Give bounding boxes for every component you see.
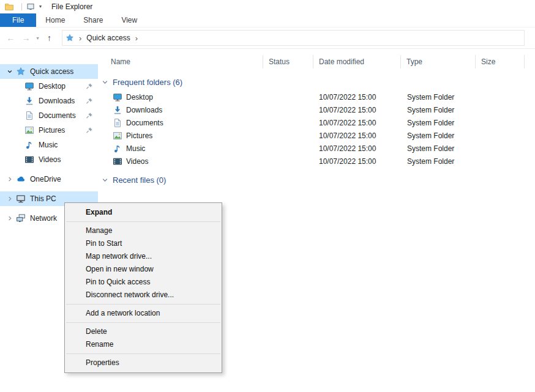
menu-item-expand[interactable]: Expand <box>65 206 222 219</box>
chevron-right-icon[interactable] <box>5 213 15 223</box>
chevron-right-icon[interactable] <box>5 194 15 204</box>
column-header-status[interactable]: Status <box>263 55 313 68</box>
file-name-text: Desktop <box>126 93 153 102</box>
file-date-modified: 10/07/2022 15:00 <box>313 106 401 114</box>
qat-dropdown-icon[interactable]: ▾ <box>39 4 42 9</box>
collapse-chevron-icon[interactable] <box>102 177 108 183</box>
qat-properties-icon[interactable] <box>26 2 35 11</box>
collapse-chevron-icon[interactable] <box>102 79 108 86</box>
column-header-size[interactable]: Size <box>476 55 525 68</box>
breadcrumb-chevron-icon[interactable]: › <box>135 34 138 42</box>
menu-item-delete[interactable]: Delete <box>65 325 222 338</box>
menu-item-map-network-drive[interactable]: Map network drive... <box>65 250 222 263</box>
file-name: Pictures <box>98 131 263 141</box>
menu-item-properties[interactable]: Properties <box>65 357 222 369</box>
navigation-bar: ← → ▾ ↑ › Quick access › <box>0 28 535 49</box>
downloads-icon <box>113 105 122 115</box>
sidebar-item-quick-access[interactable]: Quick access <box>0 64 98 79</box>
tab-view[interactable]: View <box>112 13 146 27</box>
sidebar-item-label: Downloads <box>39 97 75 105</box>
file-name-text: Downloads <box>126 106 162 114</box>
menu-item-pin-to-start[interactable]: Pin to Start <box>65 237 222 250</box>
file-row-documents[interactable]: Documents10/07/2022 15:00System Folder <box>98 116 535 129</box>
column-header-type[interactable]: Type <box>401 55 476 68</box>
sidebar-item-videos[interactable]: Videos <box>0 152 98 167</box>
sidebar-item-pictures[interactable]: Pictures <box>0 123 98 138</box>
file-date-modified: 10/07/2022 15:00 <box>313 157 401 166</box>
videos-icon <box>113 157 122 166</box>
menu-separator <box>66 221 220 222</box>
group-header-recent-files: Recent files (0) <box>102 174 535 186</box>
documents-icon <box>113 118 122 128</box>
pictures-icon <box>24 125 34 135</box>
sidebar-item-label: This PC <box>30 194 56 203</box>
menu-item-disconnect-network-drive[interactable]: Disconnect network drive... <box>65 289 222 301</box>
file-type: System Folder <box>401 157 476 166</box>
sidebar-item-onedrive[interactable]: OneDrive <box>0 172 98 187</box>
file-row-downloads[interactable]: Downloads10/07/2022 15:00System Folder <box>98 103 535 116</box>
file-type: System Folder <box>401 131 476 140</box>
file-row-pictures[interactable]: Pictures10/07/2022 15:00System Folder <box>98 129 535 142</box>
downloads-icon <box>24 96 34 106</box>
window-title: File Explorer <box>51 2 92 11</box>
file-date-modified: 10/07/2022 15:00 <box>313 93 401 102</box>
quick-access-toolbar: ▾ <box>21 2 42 11</box>
sidebar-item-label: Videos <box>39 155 61 164</box>
back-arrow-icon[interactable]: ← <box>3 31 18 46</box>
sidebar-item-documents[interactable]: Documents <box>0 108 98 123</box>
column-header-date-modified[interactable]: Date modified <box>313 55 401 68</box>
menu-item-rename[interactable]: Rename <box>65 338 222 351</box>
app-folder-icon <box>4 2 14 12</box>
menu-item-add-a-network-location[interactable]: Add a network location <box>65 307 222 320</box>
file-row-desktop[interactable]: Desktop10/07/2022 15:00System Folder <box>98 91 535 103</box>
sidebar-item-label: Quick access <box>30 67 73 76</box>
file-row-music[interactable]: Music10/07/2022 15:00System Folder <box>98 142 535 155</box>
tab-share[interactable]: Share <box>74 13 112 27</box>
chevron-placeholder <box>13 81 23 91</box>
chevron-right-icon[interactable] <box>5 174 15 184</box>
sidebar-item-label: OneDrive <box>30 175 61 183</box>
music-icon <box>113 144 122 153</box>
pin-icon <box>86 127 93 134</box>
menu-item-manage[interactable]: Manage <box>65 224 222 237</box>
file-row-videos[interactable]: Videos10/07/2022 15:00System Folder <box>98 155 535 168</box>
sidebar-item-desktop[interactable]: Desktop <box>0 79 98 94</box>
sidebar-item-downloads[interactable]: Downloads <box>0 94 98 108</box>
this-pc-icon <box>16 194 26 204</box>
file-name: Music <box>98 144 263 153</box>
chevron-down-icon[interactable] <box>5 67 15 76</box>
pin-icon <box>86 112 93 119</box>
address-bar[interactable]: › Quick access › <box>62 30 525 46</box>
quick-access-star-icon <box>65 34 74 42</box>
videos-icon <box>24 155 34 165</box>
sidebar-item-label: Network <box>30 214 57 223</box>
tab-file[interactable]: File <box>0 13 36 27</box>
sidebar-item-label: Documents <box>39 111 76 120</box>
onedrive-icon <box>16 174 26 184</box>
menu-item-open-in-new-window[interactable]: Open in new window <box>65 263 222 276</box>
desktop-icon <box>24 81 34 91</box>
menu-separator <box>66 304 220 305</box>
up-arrow-icon[interactable]: ↑ <box>42 31 57 46</box>
pin-icon <box>86 83 93 90</box>
breadcrumb-chevron-icon[interactable]: › <box>79 34 81 42</box>
chevron-placeholder <box>13 96 23 106</box>
menu-item-pin-to-quick-access[interactable]: Pin to Quick access <box>65 276 222 289</box>
chevron-placeholder <box>13 111 23 120</box>
pictures-icon <box>113 131 122 141</box>
history-dropdown-icon[interactable]: ▾ <box>34 31 42 46</box>
music-icon <box>24 140 34 150</box>
tab-home[interactable]: Home <box>36 13 74 27</box>
file-date-modified: 10/07/2022 15:00 <box>313 144 401 153</box>
chevron-placeholder <box>13 125 23 135</box>
column-headers: Name Status Date modified Type Size <box>98 55 535 68</box>
group-label[interactable]: Frequent folders (6) <box>113 78 182 87</box>
group-label[interactable]: Recent files (0) <box>113 176 166 185</box>
file-type: System Folder <box>401 93 476 102</box>
sidebar-item-music[interactable]: Music <box>0 138 98 152</box>
column-header-name[interactable]: Name <box>98 55 263 68</box>
file-type: System Folder <box>401 119 476 127</box>
network-icon <box>16 213 26 223</box>
forward-arrow-icon[interactable]: → <box>18 31 34 46</box>
breadcrumb-location[interactable]: Quick access <box>86 34 130 42</box>
